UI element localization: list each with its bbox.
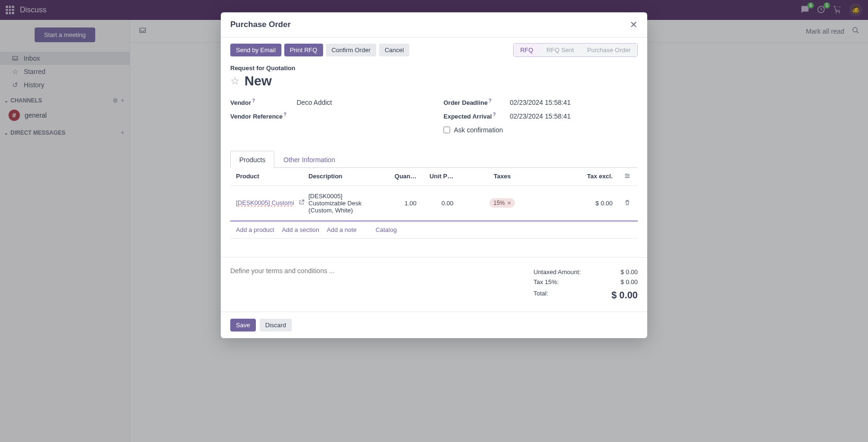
tax-remove-icon[interactable]: ✕ — [507, 200, 511, 206]
cell-unit-price[interactable]: 0.00 — [420, 200, 453, 207]
discard-button[interactable]: Discard — [260, 319, 292, 332]
svg-rect-4 — [625, 175, 630, 176]
help-icon[interactable]: ? — [493, 112, 496, 117]
tax15-label: Tax 15%: — [533, 278, 559, 285]
vendor-field: Vendor? Deco Addict — [230, 98, 425, 106]
column-settings-icon[interactable] — [616, 173, 631, 181]
th-quantity: Quan… — [383, 173, 416, 181]
th-tax-excl: Tax excl. — [551, 173, 613, 181]
vendor-ref-label: Vendor Reference — [230, 113, 283, 120]
deadline-value[interactable]: 02/23/2024 15:58:41 — [510, 99, 570, 106]
arrival-label: Expected Arrival — [443, 113, 492, 120]
svg-point-6 — [626, 174, 627, 175]
print-rfq-button[interactable]: Print RFQ — [284, 44, 323, 56]
cell-quantity[interactable]: 1.00 — [383, 200, 416, 207]
status-purchase-order[interactable]: Purchase Order — [580, 44, 637, 56]
th-product: Product — [236, 173, 305, 181]
th-unit-price: Unit P… — [420, 173, 453, 181]
add-product-link[interactable]: Add a product — [236, 226, 274, 233]
status-rfq-sent[interactable]: RFQ Sent — [540, 44, 580, 56]
cancel-button[interactable]: Cancel — [379, 44, 409, 56]
untaxed-label: Untaxed Amount: — [533, 268, 581, 276]
status-rfq[interactable]: RFQ — [514, 44, 540, 56]
save-button[interactable]: Save — [230, 319, 256, 332]
help-icon[interactable]: ? — [488, 98, 491, 103]
table-row: [DESK0005] Customizable Desk (Custom, Wh… — [230, 186, 638, 221]
deadline-label: Order Deadline — [443, 99, 488, 106]
vendor-value[interactable]: Deco Addict — [297, 99, 332, 106]
add-section-link[interactable]: Add a section — [282, 226, 319, 233]
favorite-star-icon[interactable]: ☆ — [230, 75, 240, 87]
modal-overlay: Purchase Order ✕ Send by Email Print RFQ… — [0, 0, 868, 442]
rfq-sublabel: Request for Quotation — [230, 64, 638, 72]
cell-description[interactable]: [DESK0005] Customizable Desk (Custom, Wh… — [308, 193, 380, 214]
arrival-value[interactable]: 02/23/2024 15:58:41 — [510, 112, 570, 120]
status-bar: RFQ RFQ Sent Purchase Order — [513, 43, 638, 57]
help-icon[interactable]: ? — [284, 112, 287, 117]
th-taxes: Taxes — [457, 173, 547, 181]
external-link-icon[interactable] — [298, 199, 305, 207]
tax-label: 15% — [493, 200, 505, 206]
terms-input[interactable] — [230, 267, 519, 275]
ask-confirmation-label: Ask confirmation — [454, 126, 503, 134]
tab-bar: Products Other Information — [230, 151, 638, 168]
confirm-order-button[interactable]: Confirm Order — [326, 44, 376, 56]
ask-confirmation-checkbox[interactable] — [443, 127, 450, 133]
send-email-button[interactable]: Send by Email — [230, 44, 281, 56]
untaxed-value: $ 0.00 — [621, 268, 638, 276]
total-value: $ 0.00 — [611, 290, 638, 301]
tax-chip: 15% ✕ — [489, 198, 515, 208]
tab-products[interactable]: Products — [230, 151, 274, 168]
svg-point-7 — [628, 175, 629, 176]
svg-point-8 — [626, 177, 627, 178]
total-label: Total: — [533, 290, 548, 301]
tab-other-info[interactable]: Other Information — [274, 151, 344, 168]
delete-row-icon[interactable] — [616, 199, 631, 207]
deadline-field: Order Deadline? 02/23/2024 15:58:41 — [443, 98, 638, 106]
vendor-label: Vendor — [230, 99, 251, 106]
tax15-value: $ 0.00 — [621, 278, 638, 285]
close-icon[interactable]: ✕ — [630, 19, 638, 30]
cell-tax-excl: $ 0.00 — [551, 200, 613, 207]
cell-taxes[interactable]: 15% ✕ — [457, 198, 547, 208]
purchase-order-modal: Purchase Order ✕ Send by Email Print RFQ… — [221, 12, 647, 338]
rfq-title: New — [244, 74, 272, 89]
totals-block: Untaxed Amount: $ 0.00 Tax 15%: $ 0.00 T… — [533, 267, 638, 302]
table-header: Product Description Quan… Unit P… Taxes … — [230, 168, 638, 186]
ask-confirmation-field[interactable]: Ask confirmation — [443, 126, 638, 134]
help-icon[interactable]: ? — [252, 98, 255, 103]
th-description: Description — [308, 173, 380, 181]
arrival-field: Expected Arrival? 02/23/2024 15:58:41 — [443, 112, 638, 120]
modal-title: Purchase Order — [230, 20, 291, 29]
svg-rect-3 — [625, 174, 630, 175]
add-note-link[interactable]: Add a note — [327, 226, 357, 233]
vendor-ref-field: Vendor Reference? — [230, 112, 425, 120]
catalog-link[interactable]: Catalog — [376, 226, 397, 233]
product-input[interactable] — [236, 199, 297, 207]
